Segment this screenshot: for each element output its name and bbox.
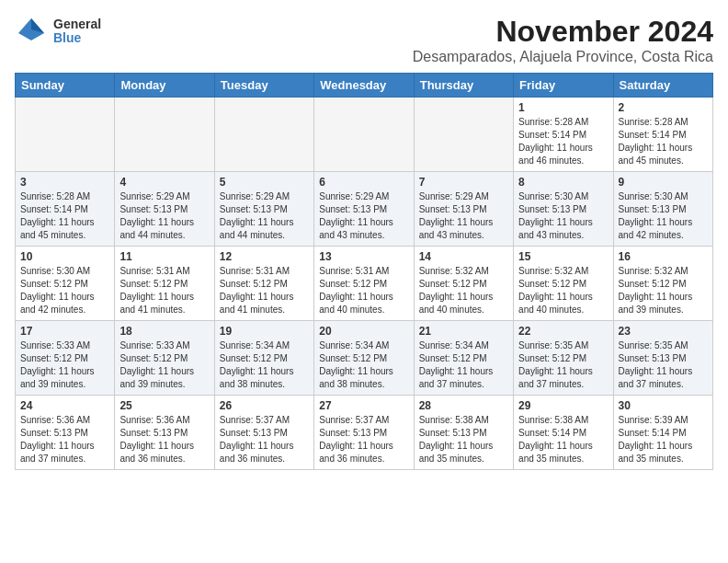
day-info: Sunrise: 5:35 AMSunset: 5:12 PMDaylight:… — [518, 339, 608, 391]
day-info: Sunrise: 5:36 AMSunset: 5:13 PMDaylight:… — [20, 414, 109, 465]
calendar-cell — [214, 98, 313, 172]
calendar-cell: 6Sunrise: 5:29 AMSunset: 5:13 PMDaylight… — [314, 172, 414, 247]
day-number: 23 — [619, 325, 708, 338]
logo-general-text: General — [53, 17, 101, 31]
day-info: Sunrise: 5:29 AMSunset: 5:13 PMDaylight:… — [319, 190, 408, 242]
calendar-header-row: SundayMondayTuesdayWednesdayThursdayFrid… — [16, 74, 713, 98]
calendar-cell: 4Sunrise: 5:29 AMSunset: 5:13 PMDaylight… — [115, 172, 214, 247]
calendar-cell: 19Sunrise: 5:34 AMSunset: 5:12 PMDayligh… — [214, 321, 313, 396]
day-info: Sunrise: 5:30 AMSunset: 5:12 PMDaylight:… — [20, 265, 109, 316]
calendar-header-wednesday: Wednesday — [314, 74, 414, 98]
calendar-cell — [115, 98, 214, 172]
day-number: 26 — [220, 399, 309, 412]
day-number: 3 — [20, 176, 109, 189]
day-number: 25 — [119, 399, 209, 412]
day-info: Sunrise: 5:34 AMSunset: 5:12 PMDaylight:… — [220, 339, 309, 391]
logo-blue-text: Blue — [53, 31, 101, 45]
calendar-cell: 18Sunrise: 5:33 AMSunset: 5:12 PMDayligh… — [115, 321, 214, 396]
calendar-header-monday: Monday — [115, 74, 214, 98]
calendar-cell: 29Sunrise: 5:38 AMSunset: 5:14 PMDayligh… — [514, 396, 613, 470]
day-info: Sunrise: 5:33 AMSunset: 5:12 PMDaylight:… — [20, 339, 109, 391]
calendar-cell: 2Sunrise: 5:28 AMSunset: 5:14 PMDaylight… — [613, 98, 712, 172]
day-info: Sunrise: 5:32 AMSunset: 5:12 PMDaylight:… — [619, 265, 708, 316]
day-number: 15 — [518, 250, 608, 263]
calendar-week-row: 1Sunrise: 5:28 AMSunset: 5:14 PMDaylight… — [16, 98, 713, 172]
calendar-cell: 28Sunrise: 5:38 AMSunset: 5:13 PMDayligh… — [414, 396, 513, 470]
day-number: 8 — [518, 176, 608, 189]
day-info: Sunrise: 5:28 AMSunset: 5:14 PMDaylight:… — [619, 116, 708, 167]
day-info: Sunrise: 5:37 AMSunset: 5:13 PMDaylight:… — [220, 414, 309, 465]
calendar-week-row: 24Sunrise: 5:36 AMSunset: 5:13 PMDayligh… — [16, 396, 713, 470]
calendar-cell: 30Sunrise: 5:39 AMSunset: 5:14 PMDayligh… — [613, 396, 712, 470]
calendar-cell: 7Sunrise: 5:29 AMSunset: 5:13 PMDaylight… — [414, 172, 513, 247]
calendar-cell: 21Sunrise: 5:34 AMSunset: 5:12 PMDayligh… — [414, 321, 513, 396]
calendar-cell: 17Sunrise: 5:33 AMSunset: 5:12 PMDayligh… — [16, 321, 115, 396]
day-number: 11 — [119, 250, 209, 263]
calendar-header-tuesday: Tuesday — [214, 74, 313, 98]
day-info: Sunrise: 5:30 AMSunset: 5:13 PMDaylight:… — [518, 190, 608, 242]
day-info: Sunrise: 5:28 AMSunset: 5:14 PMDaylight:… — [518, 116, 608, 167]
day-number: 6 — [319, 176, 408, 189]
day-number: 17 — [20, 325, 109, 338]
calendar-cell: 16Sunrise: 5:32 AMSunset: 5:12 PMDayligh… — [613, 247, 712, 321]
day-number: 14 — [419, 250, 508, 263]
day-number: 13 — [319, 250, 408, 263]
calendar-header-sunday: Sunday — [16, 74, 115, 98]
calendar-cell: 27Sunrise: 5:37 AMSunset: 5:13 PMDayligh… — [314, 396, 414, 470]
day-number: 29 — [518, 399, 608, 412]
day-number: 27 — [319, 399, 408, 412]
day-info: Sunrise: 5:31 AMSunset: 5:12 PMDaylight:… — [119, 265, 209, 316]
calendar-cell: 12Sunrise: 5:31 AMSunset: 5:12 PMDayligh… — [214, 247, 313, 321]
calendar-cell: 10Sunrise: 5:30 AMSunset: 5:12 PMDayligh… — [16, 247, 115, 321]
day-info: Sunrise: 5:35 AMSunset: 5:13 PMDaylight:… — [619, 339, 708, 391]
day-info: Sunrise: 5:28 AMSunset: 5:14 PMDaylight:… — [20, 190, 109, 242]
calendar-cell: 3Sunrise: 5:28 AMSunset: 5:14 PMDaylight… — [16, 172, 115, 247]
calendar-cell: 9Sunrise: 5:30 AMSunset: 5:13 PMDaylight… — [613, 172, 712, 247]
calendar-cell — [16, 98, 115, 172]
calendar-week-row: 17Sunrise: 5:33 AMSunset: 5:12 PMDayligh… — [16, 321, 713, 396]
day-number: 7 — [419, 176, 508, 189]
day-info: Sunrise: 5:32 AMSunset: 5:12 PMDaylight:… — [518, 265, 608, 316]
day-number: 12 — [220, 250, 309, 263]
day-number: 2 — [619, 101, 708, 114]
day-number: 4 — [119, 176, 209, 189]
day-info: Sunrise: 5:29 AMSunset: 5:13 PMDaylight:… — [119, 190, 209, 242]
location-title: Desamparados, Alajuela Province, Costa R… — [413, 49, 713, 65]
day-info: Sunrise: 5:34 AMSunset: 5:12 PMDaylight:… — [419, 339, 508, 391]
calendar-cell: 20Sunrise: 5:34 AMSunset: 5:12 PMDayligh… — [314, 321, 414, 396]
calendar-cell: 22Sunrise: 5:35 AMSunset: 5:12 PMDayligh… — [514, 321, 613, 396]
day-info: Sunrise: 5:38 AMSunset: 5:13 PMDaylight:… — [419, 414, 508, 465]
day-number: 5 — [220, 176, 309, 189]
calendar-cell: 23Sunrise: 5:35 AMSunset: 5:13 PMDayligh… — [613, 321, 712, 396]
calendar-cell: 26Sunrise: 5:37 AMSunset: 5:13 PMDayligh… — [214, 396, 313, 470]
calendar-week-row: 10Sunrise: 5:30 AMSunset: 5:12 PMDayligh… — [16, 247, 713, 321]
calendar-week-row: 3Sunrise: 5:28 AMSunset: 5:14 PMDaylight… — [16, 172, 713, 247]
day-info: Sunrise: 5:38 AMSunset: 5:14 PMDaylight:… — [518, 414, 608, 465]
calendar-cell: 15Sunrise: 5:32 AMSunset: 5:12 PMDayligh… — [514, 247, 613, 321]
day-info: Sunrise: 5:30 AMSunset: 5:13 PMDaylight:… — [619, 190, 708, 242]
day-info: Sunrise: 5:31 AMSunset: 5:12 PMDaylight:… — [319, 265, 408, 316]
calendar-header-saturday: Saturday — [613, 74, 712, 98]
page-header: General Blue November 2024 Desamparados,… — [15, 15, 713, 65]
day-number: 28 — [419, 399, 508, 412]
calendar-header-friday: Friday — [514, 74, 613, 98]
day-info: Sunrise: 5:34 AMSunset: 5:12 PMDaylight:… — [319, 339, 408, 391]
calendar-cell: 14Sunrise: 5:32 AMSunset: 5:12 PMDayligh… — [414, 247, 513, 321]
day-info: Sunrise: 5:36 AMSunset: 5:13 PMDaylight:… — [119, 414, 209, 465]
logo-text: General Blue — [53, 17, 101, 46]
day-info: Sunrise: 5:32 AMSunset: 5:12 PMDaylight:… — [419, 265, 508, 316]
calendar-cell — [314, 98, 414, 172]
day-number: 30 — [619, 399, 708, 412]
day-info: Sunrise: 5:29 AMSunset: 5:13 PMDaylight:… — [220, 190, 309, 242]
calendar-header-thursday: Thursday — [414, 74, 513, 98]
calendar-cell — [414, 98, 513, 172]
calendar-cell: 5Sunrise: 5:29 AMSunset: 5:13 PMDaylight… — [214, 172, 313, 247]
day-number: 24 — [20, 399, 109, 412]
calendar-table: SundayMondayTuesdayWednesdayThursdayFrid… — [15, 73, 713, 470]
day-number: 21 — [419, 325, 508, 338]
day-info: Sunrise: 5:37 AMSunset: 5:13 PMDaylight:… — [319, 414, 408, 465]
calendar-cell: 25Sunrise: 5:36 AMSunset: 5:13 PMDayligh… — [115, 396, 214, 470]
day-number: 20 — [319, 325, 408, 338]
day-number: 19 — [220, 325, 309, 338]
day-info: Sunrise: 5:39 AMSunset: 5:14 PMDaylight:… — [619, 414, 708, 465]
